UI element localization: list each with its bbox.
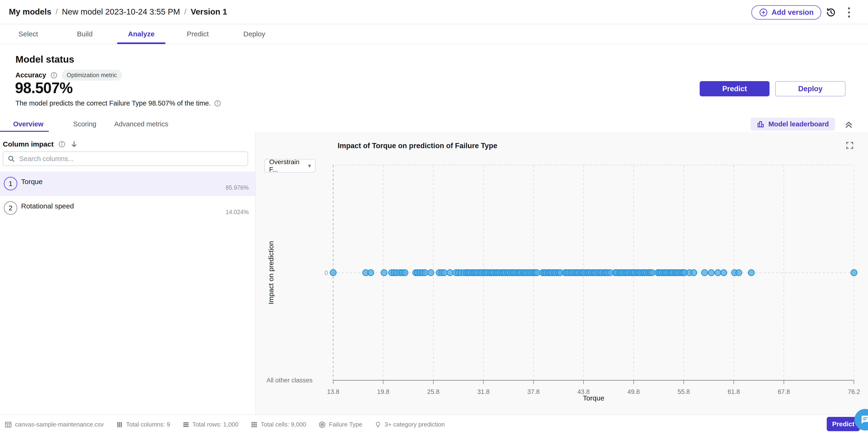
tab-build[interactable]: Build (57, 24, 113, 43)
svg-text:13.8: 13.8 (327, 388, 340, 395)
breadcrumb-version: Version 1 (191, 7, 227, 17)
status-item-3-category-prediction: 3+ category prediction (374, 421, 445, 428)
chat-bubble-icon (860, 414, 868, 425)
column-impact-title: Column impact (3, 140, 54, 148)
add-version-button[interactable]: Add version (751, 5, 822, 20)
svg-text:0: 0 (324, 270, 328, 276)
deploy-button[interactable]: Deploy (775, 81, 845, 96)
impact-chart-region: 13.819.825.831.837.843.849.855.861.867.8… (255, 132, 868, 415)
svg-text:61.8: 61.8 (727, 388, 740, 395)
column-impact-list: 1Torque85.976%2Rotational speed14.024% (0, 172, 255, 220)
impact-percent: 85.976% (225, 184, 249, 191)
rows-icon (182, 421, 189, 428)
chevron-down-icon: ▾ (308, 162, 311, 169)
history-clock-icon (825, 7, 837, 18)
fullscreen-icon[interactable] (845, 141, 855, 150)
svg-text:25.8: 25.8 (427, 388, 440, 395)
class-selector-value: Overstrain F... (269, 158, 308, 173)
tab-analyze[interactable]: Analyze (113, 24, 169, 43)
plus-circle-icon (759, 8, 768, 17)
chart-title: Impact of Torque on prediction of Failur… (338, 142, 497, 150)
breadcrumb-model-name[interactable]: New model 2023-10-24 3:55 PM (62, 7, 180, 17)
kebab-menu-icon (845, 6, 854, 19)
page-title: Model status (16, 54, 74, 65)
optimization-metric-badge: Optimization metric (62, 70, 122, 81)
svg-text:76.2: 76.2 (848, 388, 860, 395)
search-columns-input[interactable] (19, 155, 243, 163)
breadcrumb-separator: / (184, 7, 186, 16)
search-columns-box (3, 152, 248, 166)
svg-text:37.8: 37.8 (527, 388, 540, 395)
predict-button[interactable]: Predict (700, 81, 770, 96)
metric-label: Accuracy (16, 71, 46, 79)
target-icon (318, 421, 326, 428)
arrow-down-icon[interactable] (70, 140, 78, 148)
accuracy-description: The model predicts the correct Failure T… (16, 99, 221, 107)
breadcrumb: My models / New model 2023-10-24 3:55 PM… (9, 0, 227, 24)
impact-scatter-chart: 13.819.825.831.837.843.849.855.861.867.8… (256, 132, 868, 415)
main-tabs: SelectBuildAnalyzePredictDeploy (0, 24, 868, 44)
impact-bar (21, 213, 227, 216)
model-leaderboard-button[interactable]: Model leaderboard (750, 118, 835, 131)
subtab-advanced-metrics[interactable]: Advanced metrics (113, 116, 169, 132)
subtab-scoring[interactable]: Scoring (57, 116, 113, 132)
add-version-label: Add version (772, 8, 814, 17)
analysis-subtabs: OverviewScoringAdvanced metrics (0, 116, 868, 132)
version-history-button[interactable] (825, 6, 837, 18)
status-item-label: 3+ category prediction (384, 421, 445, 428)
columns-icon (116, 421, 123, 428)
status-item-label: Total rows: 1,000 (192, 421, 239, 428)
info-circle-icon[interactable] (58, 141, 65, 148)
tab-predict[interactable]: Predict (169, 24, 226, 43)
accuracy-description-text: The model predicts the correct Failure T… (16, 99, 211, 107)
column-name: Rotational speed (21, 202, 74, 210)
tab-deploy[interactable]: Deploy (226, 24, 282, 43)
svg-text:49.8: 49.8 (627, 388, 640, 395)
accuracy-value: 98.507% (15, 79, 73, 97)
status-item-label: canvas-sample-maintenance.csv (15, 421, 104, 428)
model-leaderboard-label: Model leaderboard (768, 120, 829, 128)
info-circle-icon[interactable] (214, 100, 221, 107)
status-item-total-cells-9-000: Total cells: 9,000 (251, 421, 306, 428)
bar-chart-icon (756, 120, 765, 128)
status-item-total-rows-1-000: Total rows: 1,000 (182, 421, 239, 428)
column-impact-row-rotational-speed[interactable]: 2Rotational speed14.024% (0, 196, 255, 220)
grid-icon (251, 421, 258, 428)
table-icon (4, 421, 12, 428)
collapse-panel-button[interactable] (844, 119, 855, 129)
column-impact-header: Column impact (3, 140, 78, 148)
status-item-label: Total columns: 9 (126, 421, 170, 428)
svg-text:Torque: Torque (583, 394, 604, 402)
dataset-status-bar: canvas-sample-maintenance.csvTotal colum… (0, 414, 868, 434)
overflow-menu-button[interactable] (845, 6, 854, 19)
class-selector-dropdown[interactable]: Overstrain F... ▾ (265, 159, 316, 173)
svg-text:19.8: 19.8 (377, 388, 390, 395)
breadcrumb-separator: / (56, 7, 58, 16)
search-icon (7, 155, 15, 162)
column-impact-panel: Column impact 1Torque85.976%2Rotational … (0, 132, 255, 415)
status-item-canvas-sample-maintenance-csv: canvas-sample-maintenance.csv (4, 421, 104, 428)
status-item-label: Failure Type (329, 421, 363, 428)
svg-text:Impact on prediction: Impact on prediction (267, 241, 275, 304)
impact-bar (21, 189, 227, 192)
status-item-label: Total cells: 9,000 (261, 421, 306, 428)
status-item-total-columns-9: Total columns: 9 (116, 421, 170, 428)
svg-text:55.8: 55.8 (678, 388, 690, 395)
svg-text:67.8: 67.8 (778, 388, 790, 395)
svg-text:All other classes: All other classes (266, 377, 313, 384)
metric-row: Accuracy Optimization metric (16, 70, 122, 81)
lightbulb-icon (374, 421, 381, 428)
sagemaker-canvas-analyze-page: My models / New model 2023-10-24 3:55 PM… (0, 0, 868, 434)
info-circle-icon[interactable] (51, 72, 57, 79)
column-impact-row-torque[interactable]: 1Torque85.976% (0, 172, 255, 196)
tab-select[interactable]: Select (0, 24, 57, 43)
breadcrumb-my-models[interactable]: My models (9, 7, 51, 17)
rank-badge: 2 (4, 201, 17, 215)
column-name: Torque (21, 178, 43, 186)
impact-percent: 14.024% (225, 209, 249, 215)
double-chevron-up-icon (844, 119, 855, 129)
rank-badge: 1 (4, 177, 17, 190)
svg-text:31.8: 31.8 (477, 388, 490, 395)
subtab-overview[interactable]: Overview (0, 116, 57, 132)
status-item-failure-type: Failure Type (318, 421, 363, 428)
